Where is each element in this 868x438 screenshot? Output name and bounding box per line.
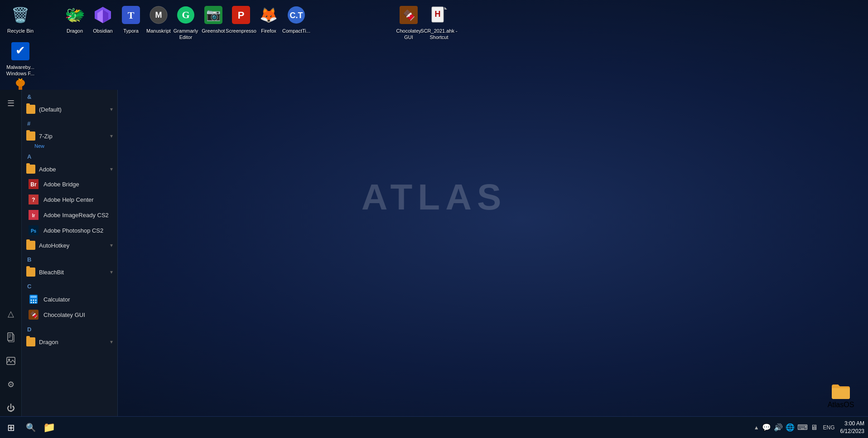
svg-text:H: H xyxy=(435,10,441,19)
app-chocolatey-gui[interactable]: 🍫 Chocolatey GUI xyxy=(22,307,117,322)
folder-autohotkey[interactable]: AutoHotkey xyxy=(22,238,117,253)
scr2021-label: SCR_2021.ahk - Shortcut xyxy=(420,28,458,41)
section-header-ampersand: & xyxy=(22,90,117,102)
greenshot-label: Greenshot xyxy=(202,28,225,34)
settings-nav-icon[interactable]: ⚙ xyxy=(3,376,19,393)
svg-text:Ir: Ir xyxy=(32,213,35,218)
adobe-photoshop-name: Adobe Photoshop CS2 xyxy=(43,227,103,234)
taskbar-search-button[interactable]: 🔍 xyxy=(22,419,40,437)
folder-bleachbit-icon xyxy=(26,268,35,277)
folder-adobe[interactable]: Adobe xyxy=(22,162,117,176)
section-header-c: C xyxy=(22,279,117,292)
calculator-icon xyxy=(28,294,39,305)
screenpresso-icon: P xyxy=(230,4,252,26)
desktop-icon-recycle-bin[interactable]: 🗑️ Recycle Bin xyxy=(2,2,39,36)
svg-text:Ps: Ps xyxy=(31,229,37,234)
dragon-label: Dragon xyxy=(67,28,83,34)
triangle-nav-icon[interactable]: △ xyxy=(3,306,19,322)
svg-text:G: G xyxy=(182,9,189,20)
app-calculator[interactable]: Calculator xyxy=(22,292,117,307)
section-header-b: B xyxy=(22,253,117,265)
svg-text:✔: ✔ xyxy=(15,44,25,57)
manuskript-label: Manuskript xyxy=(146,28,171,34)
svg-point-44 xyxy=(31,302,32,303)
svg-text:?: ? xyxy=(32,197,35,203)
clock-time: 3:00 AM xyxy=(840,420,864,428)
panel-rail: ☰ △ ⚙ ⏻ xyxy=(0,90,22,416)
taskbar-explorer-button[interactable]: 📁 xyxy=(40,419,58,437)
folder-autohotkey-icon xyxy=(26,241,35,250)
taskbar-clock[interactable]: 3:00 AM 6/12/2023 xyxy=(837,420,868,435)
recycle-bin-label: Recycle Bin xyxy=(7,28,34,34)
hamburger-menu-icon[interactable]: ☰ xyxy=(3,95,19,112)
power-nav-icon[interactable]: ⏻ xyxy=(3,400,19,416)
svg-point-43 xyxy=(35,300,37,301)
tray-display-icon[interactable]: 🖥 xyxy=(810,423,818,432)
svg-text:P: P xyxy=(238,10,245,21)
svg-text:M: M xyxy=(155,10,162,19)
atlas-os-desktop-icon[interactable]: AtlasOS xyxy=(823,380,859,411)
folder-bleachbit[interactable]: BleachBit xyxy=(22,265,117,279)
folder-7zip-tag: New xyxy=(34,143,117,149)
app-adobe-imageready[interactable]: Ir Adobe ImageReady CS2 xyxy=(22,207,117,223)
atlas-watermark: ATLAS xyxy=(362,176,507,218)
folder-default-name: (Default) xyxy=(39,106,106,113)
tray-volume-icon[interactable]: 🔊 xyxy=(774,423,783,432)
adobe-bridge-name: Adobe Bridge xyxy=(43,181,79,188)
app-adobe-bridge[interactable]: Br Adobe Bridge xyxy=(22,176,117,192)
folder-default[interactable]: (Default) xyxy=(22,102,117,117)
app-adobe-photoshop[interactable]: Ps Adobe Photoshop CS2 xyxy=(22,223,117,238)
folder-dragon[interactable]: Dragon xyxy=(22,335,117,349)
svg-point-42 xyxy=(33,300,34,301)
adobe-imageready-name: Adobe ImageReady CS2 xyxy=(43,212,109,219)
folder-adobe-name: Adobe xyxy=(39,166,106,173)
svg-text:📷: 📷 xyxy=(206,7,221,22)
document-nav-icon[interactable] xyxy=(3,329,19,346)
typora-icon: T xyxy=(120,4,142,26)
folder-7zip-arrow xyxy=(110,133,113,139)
taskbar-tray: ▲ 💬 🔊 🌐 ⌨ 🖥 xyxy=(750,423,821,432)
tray-chat-icon[interactable]: 💬 xyxy=(762,423,771,432)
clock-date: 6/12/2023 xyxy=(840,428,864,435)
dragon-icon: 🐲 xyxy=(64,4,86,26)
folder-default-arrow xyxy=(110,106,113,112)
recycle-bin-icon: 🗑️ xyxy=(10,4,31,26)
svg-point-24 xyxy=(16,79,25,87)
svg-text:T: T xyxy=(128,10,135,21)
taskbar: ⊞ 🔍 📁 ▲ 💬 🔊 🌐 ⌨ 🖥 ENG 3:00 AM 6/12/2023 xyxy=(0,416,868,438)
typora-label: Typora xyxy=(123,28,139,34)
firefox-icon: 🦊 xyxy=(258,4,280,26)
folder-7zip[interactable]: 7-Zip xyxy=(22,129,117,143)
calculator-name: Calculator xyxy=(43,296,70,303)
svg-point-41 xyxy=(31,300,32,301)
svg-text:C.T: C.T xyxy=(290,11,303,20)
tray-keyboard-icon[interactable]: ⌨ xyxy=(797,423,808,432)
chocolatey-icon: 🍫 xyxy=(398,4,420,26)
compactti-label: CompactTi... xyxy=(282,28,310,34)
firefox-label: Firefox xyxy=(261,28,276,34)
image-nav-icon[interactable] xyxy=(3,353,19,369)
manuskript-icon: M xyxy=(148,4,169,26)
app-adobe-help[interactable]: ? Adobe Help Center xyxy=(22,192,117,207)
svg-marker-19 xyxy=(444,7,447,10)
desktop: 🗑️ Recycle Bin 🐲 Dragon Obsidian T Typor… xyxy=(0,0,868,438)
folder-adobe-icon xyxy=(26,165,35,174)
desktop-icon-malwarebytes[interactable]: ✔ Malwareby... Windows F... xyxy=(2,39,39,79)
tray-network-icon[interactable]: 🌐 xyxy=(786,423,795,432)
svg-rect-40 xyxy=(30,296,37,298)
adobe-help-name: Adobe Help Center xyxy=(43,196,94,203)
adobe-bridge-icon: Br xyxy=(28,179,39,190)
folder-bleachbit-name: BleachBit xyxy=(39,269,106,276)
compactti-icon: C.T xyxy=(285,4,307,26)
atlas-os-folder-icon xyxy=(831,382,851,401)
folder-7zip-name: 7-Zip xyxy=(39,133,106,140)
adobe-photoshop-icon: Ps xyxy=(28,225,39,236)
taskbar-language[interactable]: ENG xyxy=(821,424,837,431)
desktop-icon-compactti[interactable]: C.T CompactTi... xyxy=(278,2,314,36)
start-button[interactable]: ⊞ xyxy=(0,417,22,438)
malwarebytes-icon: ✔ xyxy=(10,40,31,62)
folder-dragon-name: Dragon xyxy=(39,339,106,346)
tray-arrow-icon[interactable]: ▲ xyxy=(754,424,759,431)
folder-dragon-icon xyxy=(26,337,35,346)
desktop-icon-scr2021[interactable]: H SCR_2021.ahk - Shortcut xyxy=(419,2,459,43)
